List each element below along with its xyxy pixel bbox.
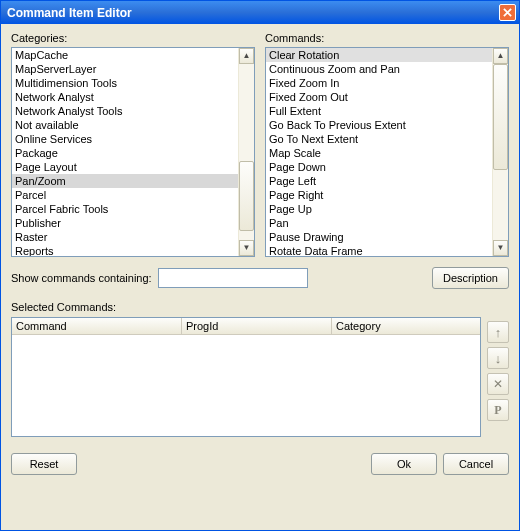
list-item[interactable]: Pause Drawing (266, 230, 492, 244)
list-item[interactable]: Raster (12, 230, 238, 244)
scroll-up-button[interactable]: ▲ (493, 48, 508, 64)
window-title: Command Item Editor (7, 6, 132, 20)
list-item[interactable]: Map Scale (266, 146, 492, 160)
list-item[interactable]: Page Up (266, 202, 492, 216)
chevron-up-icon: ▲ (243, 52, 251, 60)
categories-label: Categories: (11, 32, 255, 44)
list-item[interactable]: MapCache (12, 48, 238, 62)
title-bar: Command Item Editor (1, 1, 519, 24)
list-item[interactable]: Package (12, 146, 238, 160)
scroll-thumb[interactable] (239, 161, 254, 231)
scroll-down-button[interactable]: ▼ (239, 240, 254, 256)
commands-scrollbar[interactable]: ▲ ▼ (492, 48, 508, 256)
list-item[interactable]: Go Back To Previous Extent (266, 118, 492, 132)
list-item[interactable]: Network Analyst (12, 90, 238, 104)
list-item[interactable]: Reports (12, 244, 238, 256)
list-item[interactable]: Page Left (266, 174, 492, 188)
list-item[interactable]: Multidimension Tools (12, 76, 238, 90)
x-icon: ✕ (493, 377, 503, 391)
scroll-track[interactable] (493, 64, 508, 240)
close-button[interactable] (499, 4, 516, 21)
close-icon (503, 8, 512, 17)
description-button[interactable]: Description (432, 267, 509, 289)
scroll-thumb[interactable] (493, 64, 508, 170)
list-item[interactable]: Pan/Zoom (12, 174, 238, 188)
list-item[interactable]: MapServerLayer (12, 62, 238, 76)
list-item[interactable]: Clear Rotation (266, 48, 492, 62)
ok-button[interactable]: Ok (371, 453, 437, 475)
reset-button[interactable]: Reset (11, 453, 77, 475)
list-item[interactable]: Go To Next Extent (266, 132, 492, 146)
list-item[interactable]: Page Right (266, 188, 492, 202)
list-item[interactable]: Pan (266, 216, 492, 230)
list-item[interactable]: Not available (12, 118, 238, 132)
selected-commands-grid[interactable]: Command ProgId Category (11, 317, 481, 437)
move-down-button[interactable]: ↓ (487, 347, 509, 369)
list-item[interactable]: Network Analyst Tools (12, 104, 238, 118)
filter-input[interactable] (158, 268, 308, 288)
grid-header: Command ProgId Category (12, 318, 480, 335)
scroll-up-button[interactable]: ▲ (239, 48, 254, 64)
move-up-button[interactable]: ↑ (487, 321, 509, 343)
chevron-down-icon: ▼ (497, 244, 505, 252)
column-category[interactable]: Category (332, 318, 480, 334)
properties-button[interactable]: P (487, 399, 509, 421)
arrow-down-icon: ↓ (495, 351, 502, 366)
chevron-up-icon: ▲ (497, 52, 505, 60)
list-item[interactable]: Page Layout (12, 160, 238, 174)
p-icon: P (494, 403, 501, 418)
chevron-down-icon: ▼ (243, 244, 251, 252)
list-item[interactable]: Publisher (12, 216, 238, 230)
list-item[interactable]: Online Services (12, 132, 238, 146)
cancel-button[interactable]: Cancel (443, 453, 509, 475)
remove-button[interactable]: ✕ (487, 373, 509, 395)
list-item[interactable]: Fixed Zoom Out (266, 90, 492, 104)
list-item[interactable]: Parcel Fabric Tools (12, 202, 238, 216)
list-item[interactable]: Rotate Data Frame (266, 244, 492, 256)
column-progid[interactable]: ProgId (182, 318, 332, 334)
commands-listbox[interactable]: Clear RotationContinuous Zoom and PanFix… (265, 47, 509, 257)
scroll-track[interactable] (239, 64, 254, 240)
list-item[interactable]: Page Down (266, 160, 492, 174)
list-item[interactable]: Continuous Zoom and Pan (266, 62, 492, 76)
arrow-up-icon: ↑ (495, 325, 502, 340)
commands-label: Commands: (265, 32, 509, 44)
filter-label: Show commands containing: (11, 272, 152, 284)
list-item[interactable]: Fixed Zoom In (266, 76, 492, 90)
categories-scrollbar[interactable]: ▲ ▼ (238, 48, 254, 256)
list-item[interactable]: Parcel (12, 188, 238, 202)
list-item[interactable]: Full Extent (266, 104, 492, 118)
column-command[interactable]: Command (12, 318, 182, 334)
scroll-down-button[interactable]: ▼ (493, 240, 508, 256)
grid-body[interactable] (12, 335, 480, 435)
categories-listbox[interactable]: MapCacheMapServerLayerMultidimension Too… (11, 47, 255, 257)
selected-commands-label: Selected Commands: (11, 301, 509, 313)
